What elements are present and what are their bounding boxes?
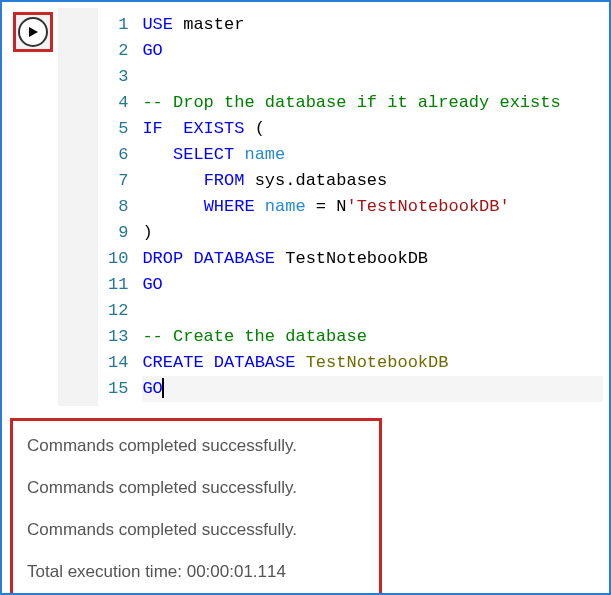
line-number: 11 <box>108 272 128 298</box>
line-numbers: 123456789101112131415 <box>98 8 142 406</box>
code-line[interactable]: GO <box>142 38 603 64</box>
run-button[interactable] <box>18 17 48 47</box>
line-number: 4 <box>108 90 128 116</box>
play-icon <box>27 26 39 38</box>
code-line[interactable]: GO <box>142 272 603 298</box>
line-number: 13 <box>108 324 128 350</box>
line-number: 7 <box>108 168 128 194</box>
line-number: 12 <box>108 298 128 324</box>
code-line[interactable]: IF EXISTS ( <box>142 116 603 142</box>
code-line[interactable]: -- Drop the database if it already exist… <box>142 90 603 116</box>
line-number: 10 <box>108 246 128 272</box>
run-button-highlight <box>13 12 53 52</box>
line-number: 1 <box>108 12 128 38</box>
editor-gutter <box>58 8 98 406</box>
code-line[interactable]: -- Create the database <box>142 324 603 350</box>
line-number: 3 <box>108 64 128 90</box>
code-content[interactable]: USE masterGO-- Drop the database if it a… <box>142 8 603 406</box>
code-line[interactable]: GO <box>142 376 603 402</box>
code-line[interactable]: FROM sys.databases <box>142 168 603 194</box>
code-line[interactable]: USE master <box>142 12 603 38</box>
code-line[interactable]: DROP DATABASE TestNotebookDB <box>142 246 603 272</box>
code-line[interactable]: CREATE DATABASE TestNotebookDB <box>142 350 603 376</box>
code-line[interactable] <box>142 64 603 90</box>
output-message: Commands completed successfully. <box>27 519 365 541</box>
code-editor[interactable]: 123456789101112131415 USE masterGO-- Dro… <box>98 8 603 406</box>
line-number: 15 <box>108 376 128 402</box>
output-area: Commands completed successfully.Commands… <box>10 418 601 595</box>
editor-row: 123456789101112131415 USE masterGO-- Dro… <box>8 8 603 406</box>
line-number: 2 <box>108 38 128 64</box>
output-message: Total execution time: 00:00:01.114 <box>27 561 365 583</box>
notebook-cell: 123456789101112131415 USE masterGO-- Dro… <box>2 2 609 593</box>
text-cursor <box>162 378 164 398</box>
output-message: Commands completed successfully. <box>27 435 365 457</box>
line-number: 8 <box>108 194 128 220</box>
output-messages: Commands completed successfully.Commands… <box>10 418 382 595</box>
line-number: 9 <box>108 220 128 246</box>
output-message: Commands completed successfully. <box>27 477 365 499</box>
code-line[interactable] <box>142 298 603 324</box>
code-line[interactable]: SELECT name <box>142 142 603 168</box>
code-line[interactable]: ) <box>142 220 603 246</box>
run-cell-area <box>8 8 58 406</box>
code-line[interactable]: WHERE name = N'TestNotebookDB' <box>142 194 603 220</box>
line-number: 5 <box>108 116 128 142</box>
line-number: 6 <box>108 142 128 168</box>
line-number: 14 <box>108 350 128 376</box>
